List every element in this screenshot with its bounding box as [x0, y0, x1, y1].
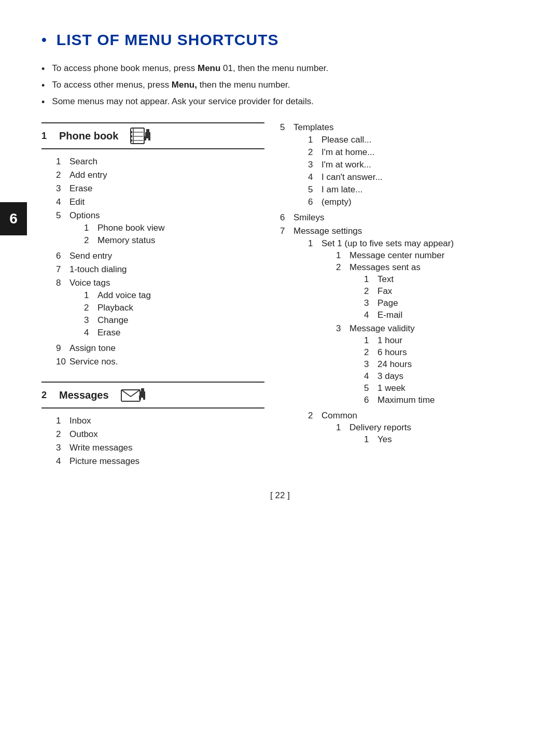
list-item: 8 Voice tags 1Add voice tag 2Playback 3C…: [56, 278, 264, 340]
title-bullet: •: [41, 32, 47, 48]
list-item: 7 Message settings 1 Set 1 (up to five s…: [280, 226, 519, 450]
list-item: 4I can't answer...: [308, 172, 519, 182]
messages-icon: [120, 386, 146, 404]
list-item: 2Playback: [84, 303, 264, 313]
list-item: 4Picture messages: [56, 456, 264, 467]
svg-rect-14: [141, 388, 144, 391]
list-item: 2 Messages sent as 1Text 2Fax 3Page 4E-m…: [336, 262, 454, 322]
svg-rect-9: [145, 132, 150, 136]
list-item: 1Add voice tag: [84, 290, 264, 301]
list-item: 6Maximum time: [364, 395, 435, 405]
list-item: 1Please call...: [308, 135, 519, 145]
list-item: 4Erase: [84, 328, 264, 338]
subsub-list: 1Message center number 2 Messages sent a…: [321, 250, 454, 407]
list-item: 324 hours: [364, 359, 435, 370]
list-item: 2I'm at home...: [308, 147, 519, 158]
list-item: 1Message center number: [336, 250, 454, 261]
list-item: 1Inbox: [56, 416, 264, 426]
sub-list: 1 Set 1 (up to five sets may appear) 1Me…: [293, 238, 519, 448]
list-item: 43 days: [364, 371, 435, 382]
chapter-number: 6: [9, 210, 18, 227]
phonebook-icon: [130, 127, 155, 145]
list-item: 51 week: [364, 383, 435, 393]
list-item: 4E-mail: [364, 310, 421, 320]
section-1-num: 1: [41, 131, 53, 142]
chapter-tab: 6: [0, 202, 27, 235]
list-item: 6Smileys: [280, 213, 519, 223]
subsubsub-list: 1Yes: [349, 434, 411, 445]
list-item: 3 Message validity 11 hour 26 hours 324 …: [336, 323, 454, 407]
phonebook-svg-icon: [130, 127, 155, 145]
list-item: 3I'm at work...: [308, 160, 519, 170]
section-2-num: 2: [41, 390, 53, 401]
list-item: 9Assign tone: [56, 343, 264, 354]
list-item: 2Fax: [364, 286, 421, 297]
list-item: 5 Templates 1Please call... 2I'm at home…: [280, 122, 519, 209]
svg-rect-7: [131, 139, 132, 142]
list-item: 1 Delivery reports 1Yes: [336, 423, 411, 446]
intro-item-2: To access other menus, press Menu, then …: [41, 80, 519, 91]
svg-rect-5: [131, 131, 132, 133]
sub-list: 1Add voice tag 2Playback 3Change 4Erase: [69, 290, 264, 338]
page-title: • LIST OF MENU SHORTCUTS: [41, 31, 519, 49]
list-item: 4Edit: [56, 197, 264, 207]
svg-rect-0: [131, 128, 144, 144]
page-number: [ 22 ]: [41, 490, 519, 501]
page: 6 • LIST OF MENU SHORTCUTS To access pho…: [0, 0, 560, 532]
list-item: 11 hour: [364, 335, 435, 346]
intro-item-1: To access phone book menus, press Menu 0…: [41, 63, 519, 75]
subsub-list: 1 Delivery reports 1Yes: [321, 423, 411, 446]
subsubsub-list: 1Text 2Fax 3Page 4E-mail: [349, 274, 421, 320]
list-item: 3Erase: [56, 184, 264, 194]
list-item: 1Phone book view: [84, 223, 264, 233]
section-phonebook-header: 1 Phone book: [41, 122, 264, 149]
list-item: 1 Set 1 (up to five sets may appear) 1Me…: [308, 238, 519, 409]
section-2-title: Messages: [59, 389, 109, 401]
svg-rect-8: [146, 129, 149, 132]
sub-list: 1Phone book view 2Memory status: [69, 223, 264, 246]
right-menu-list: 5 Templates 1Please call... 2I'm at home…: [280, 122, 519, 450]
list-item: 2Memory status: [84, 235, 264, 246]
list-item: 1Yes: [364, 434, 411, 445]
list-item: 2Outbox: [56, 429, 264, 440]
list-item: 10Service nos.: [56, 357, 264, 367]
svg-rect-1: [133, 128, 144, 144]
right-column: 5 Templates 1Please call... 2I'm at home…: [280, 122, 519, 453]
section-1-title: Phone book: [59, 130, 118, 142]
list-item: 3Page: [364, 298, 421, 308]
intro-list: To access phone book menus, press Menu 0…: [41, 63, 519, 108]
list-item: 1Search: [56, 157, 264, 167]
list-item: 71-touch dialing: [56, 264, 264, 275]
svg-rect-18: [140, 396, 144, 398]
list-item: 2Add entry: [56, 170, 264, 180]
svg-rect-12: [145, 136, 149, 138]
list-item: 26 hours: [364, 347, 435, 358]
list-item: 3Change: [84, 315, 264, 326]
list-item: 5I am late...: [308, 185, 519, 195]
left-column: 1 Phone book: [41, 122, 280, 470]
svg-rect-15: [140, 391, 145, 396]
list-item: 6Send entry: [56, 251, 264, 261]
section-messages-header: 2 Messages: [41, 382, 264, 409]
svg-rect-6: [131, 135, 132, 137]
list-item: 2 Common 1 Delivery reports 1Yes: [308, 411, 519, 448]
subsubsub-list: 11 hour 26 hours 324 hours 43 days 51 we…: [349, 335, 435, 405]
messages-menu-list: 1Inbox 2Outbox 3Write messages 4Picture …: [41, 416, 264, 467]
phonebook-menu-list: 1Search 2Add entry 3Erase 4Edit 5 Option…: [41, 157, 264, 367]
list-item: 6(empty): [308, 197, 519, 207]
sub-list: 1Please call... 2I'm at home... 3I'm at …: [293, 135, 519, 207]
messages-svg-icon: [120, 386, 146, 404]
list-item: 1Text: [364, 274, 421, 285]
list-item: 3Write messages: [56, 443, 264, 453]
content-columns: 1 Phone book: [41, 122, 519, 470]
page-number-text: [ 22 ]: [270, 490, 290, 500]
list-item: 5 Options 1Phone book view 2Memory statu…: [56, 210, 264, 248]
intro-item-3: Some menus may not appear. Ask your serv…: [41, 96, 519, 108]
title-text: LIST OF MENU SHORTCUTS: [57, 31, 279, 49]
